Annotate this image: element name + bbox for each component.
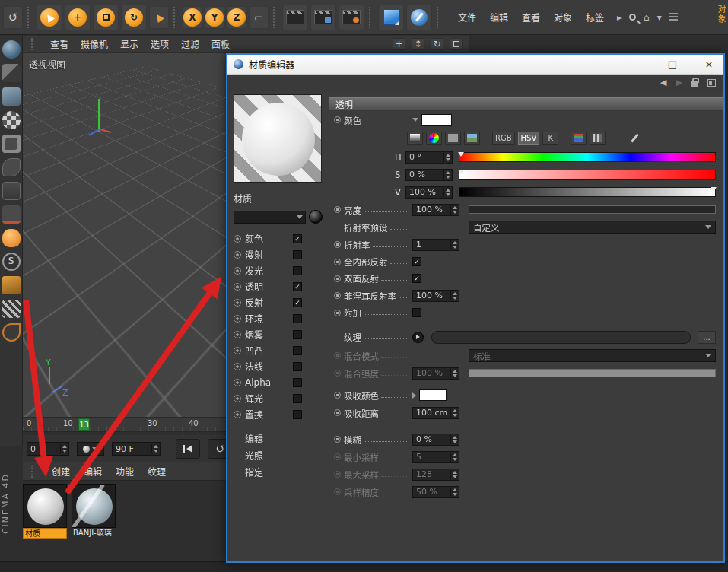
channel-label[interactable]: 反射 (245, 296, 289, 309)
swatches-mode-icon[interactable] (590, 132, 606, 145)
absorption-distance-field[interactable]: 100 cm (412, 407, 459, 419)
channel-checkbox[interactable] (293, 330, 302, 339)
double-sided-checkbox[interactable]: ✓ (412, 274, 421, 283)
checker-sphere-icon[interactable] (2, 111, 21, 129)
render-picture-viewer-button[interactable] (310, 5, 336, 30)
channel-label[interactable]: 辉光 (245, 392, 289, 405)
material-name-label[interactable]: 材质 (23, 528, 67, 539)
axis-tool-icon[interactable] (2, 182, 21, 200)
animation-dot-icon[interactable] (334, 275, 341, 282)
channel-checkbox[interactable] (293, 394, 302, 403)
coordinate-system-button[interactable]: ⌐ (249, 6, 269, 29)
menu-overflow-icon[interactable]: ▸ (617, 12, 622, 23)
scale-tool[interactable] (93, 5, 119, 30)
render-settings-button[interactable] (339, 5, 364, 30)
render-view-button[interactable] (282, 5, 308, 30)
menubar-grip[interactable] (31, 38, 36, 50)
channel-checkbox[interactable] (293, 378, 302, 387)
channel-label[interactable]: 烟雾 (245, 328, 289, 341)
channel-checkbox[interactable] (293, 410, 302, 419)
history-forward-icon[interactable]: ▶ (676, 78, 682, 87)
mat-menu-function[interactable]: 功能 (116, 465, 134, 478)
paint-tool-button[interactable] (406, 5, 432, 30)
menu-file[interactable]: 文件 (458, 11, 476, 24)
animation-dot-icon[interactable] (334, 310, 341, 316)
channel-checkbox[interactable] (293, 314, 302, 323)
array-tool-icon[interactable] (2, 135, 21, 153)
vp-menu-panel[interactable]: 面板 (211, 37, 230, 50)
globe-tool-icon[interactable] (2, 40, 21, 59)
vp-menu-display[interactable]: 显示 (120, 37, 138, 50)
home-icon[interactable]: ⌂ (644, 12, 650, 23)
channel-dot-icon[interactable] (234, 395, 241, 402)
snap-mode-icon[interactable]: S (2, 253, 21, 271)
animation-dot-icon[interactable] (334, 292, 341, 299)
channel-label[interactable]: Alpha (245, 377, 289, 388)
material-item[interactable]: BANJI-玻璃 (72, 484, 116, 539)
spline-tool-icon[interactable] (2, 323, 21, 342)
channel-label[interactable]: 透明 (245, 280, 289, 293)
mat-menu-edit[interactable]: 编辑 (84, 465, 102, 478)
preview-range-button[interactable] (77, 442, 104, 456)
channel-label[interactable]: 漫射 (245, 248, 289, 261)
current-frame-marker[interactable]: 13 (78, 418, 90, 431)
material-item-selected[interactable]: 材质 (23, 484, 67, 539)
animation-dot-icon[interactable] (334, 392, 341, 399)
live-selection-tool[interactable] (37, 5, 62, 30)
channel-label[interactable]: 颜色 (245, 232, 289, 245)
animation-dot-icon[interactable] (334, 116, 341, 123)
channel-checkbox[interactable] (293, 362, 302, 371)
mode-edit[interactable]: 编辑 (234, 430, 323, 446)
menu-tags[interactable]: 标签 (586, 11, 604, 24)
go-to-start-button[interactable] (176, 439, 200, 459)
channel-dot-icon[interactable] (234, 315, 241, 323)
brightness-slider[interactable] (469, 205, 716, 214)
toolbar-grip[interactable] (437, 7, 441, 28)
vp-menu-view[interactable]: 查看 (50, 37, 68, 50)
maximize-button[interactable]: □ (664, 59, 681, 70)
channel-dot-icon[interactable] (234, 235, 241, 243)
channel-dot-icon[interactable] (234, 411, 241, 418)
channel-dot-icon[interactable] (234, 331, 241, 338)
lock-x-axis-button[interactable]: X (183, 6, 202, 29)
vp-menu-camera[interactable]: 摄像机 (81, 37, 108, 50)
deformer-tool-icon[interactable] (2, 158, 21, 176)
toolbar-grip[interactable] (273, 7, 278, 28)
toolbar-grip[interactable] (27, 7, 32, 28)
undo-icon[interactable]: ↺ (3, 6, 23, 29)
channel-label[interactable]: 凹凸 (245, 344, 289, 357)
knife-tool-icon[interactable] (2, 64, 21, 82)
refraction-preset-dropdown[interactable]: 自定义 (469, 221, 716, 234)
lock-y-axis-button[interactable]: Y (205, 6, 224, 29)
absorption-expand-icon[interactable] (412, 392, 416, 399)
lock-z-axis-button[interactable]: Z (227, 6, 246, 29)
texture-expand-icon[interactable] (412, 332, 424, 343)
channel-label[interactable]: 发光 (245, 264, 289, 277)
menubar-grip[interactable] (31, 466, 36, 478)
texture-browse-button[interactable]: ... (698, 331, 716, 344)
channel-label[interactable]: 法线 (245, 360, 289, 373)
additive-checkbox[interactable] (412, 308, 421, 317)
menu-object[interactable]: 对象 (554, 11, 572, 24)
channel-checkbox[interactable]: ✓ (293, 298, 302, 307)
zoom-view-icon[interactable]: ↕ (412, 38, 424, 50)
rotate-tool[interactable]: ↻ (121, 5, 147, 30)
end-frame-field[interactable]: 90 F (112, 442, 161, 456)
channel-checkbox[interactable] (293, 346, 302, 355)
transparency-color-swatch[interactable] (421, 114, 452, 126)
right-panel-tab-objects[interactable]: 对象 (714, 5, 726, 24)
material-preview[interactable] (234, 94, 322, 183)
refraction-field[interactable]: 1 (412, 239, 459, 251)
hue-field[interactable]: 0 ° (405, 151, 453, 164)
saturation-gradient-bar[interactable] (459, 170, 716, 180)
channel-label[interactable]: 环境 (245, 312, 289, 325)
color-expand-icon[interactable] (412, 118, 418, 122)
mixer-mode-icon[interactable] (571, 132, 587, 145)
brightness-field[interactable]: 100 % (412, 204, 459, 216)
material-name-label[interactable]: BANJI-玻璃 (72, 528, 116, 539)
material-thumbnail[interactable] (23, 484, 67, 528)
menu-view[interactable]: 查看 (522, 11, 540, 24)
maximize-view-icon[interactable] (450, 38, 463, 50)
channel-dot-icon[interactable] (234, 363, 241, 370)
eyedropper-icon[interactable] (627, 132, 643, 145)
